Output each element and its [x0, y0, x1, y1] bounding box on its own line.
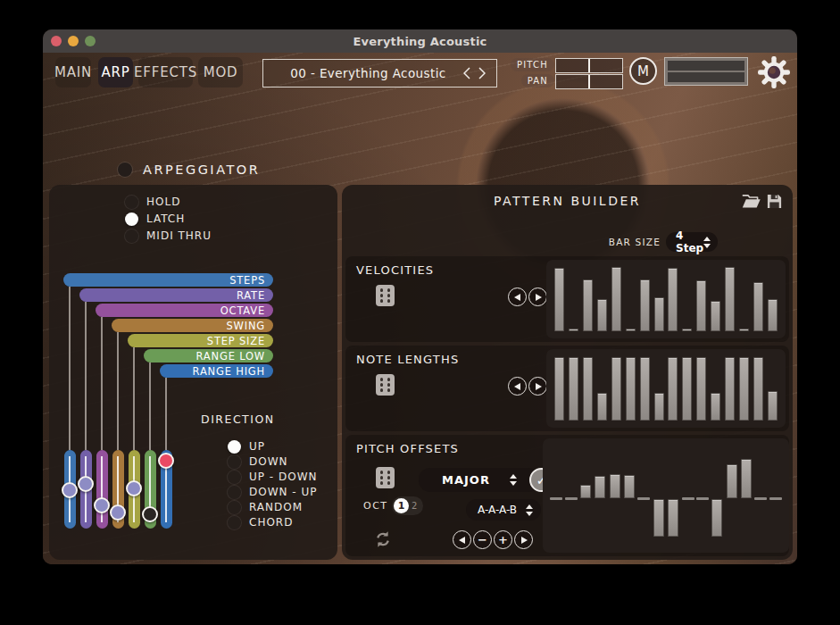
stepper-arrows-icon[interactable]	[510, 474, 517, 486]
note-length-bar[interactable]	[725, 357, 735, 421]
load-pattern-button[interactable]	[741, 193, 761, 213]
note-length-bar[interactable]	[739, 357, 749, 421]
pill-slider-steps[interactable]: STEPS	[63, 273, 273, 287]
tab-main[interactable]: MAIN	[55, 57, 91, 88]
bar-size-stepper[interactable]: 4 Step	[666, 232, 718, 252]
velocity-bar[interactable]	[696, 280, 706, 331]
radio-dot[interactable]	[228, 501, 241, 514]
pitch-offset-bar[interactable]	[668, 499, 678, 537]
velocity-bar[interactable]	[611, 267, 621, 331]
tab-arp[interactable]: ARP	[98, 57, 133, 88]
vslider-knob-rate[interactable]	[78, 476, 94, 492]
note-lengths-shift-right-button[interactable]	[528, 377, 547, 396]
velocity-bar[interactable]	[554, 268, 564, 331]
vslider-knob-steps[interactable]	[62, 482, 78, 498]
pitch-offset-bar[interactable]	[727, 464, 737, 498]
preset-next-button[interactable]	[475, 60, 488, 87]
pitch-offset-bar-zero[interactable]	[754, 497, 767, 500]
note-length-bar[interactable]	[654, 393, 664, 421]
oct-option-1[interactable]: 1	[394, 498, 409, 513]
pitch-offset-bar-zero[interactable]	[682, 497, 694, 500]
velocity-bar[interactable]	[768, 299, 778, 332]
pitch-offsets-graph[interactable]	[543, 438, 789, 553]
settings-button[interactable]	[758, 56, 790, 88]
pitch-offset-bar[interactable]	[741, 459, 752, 498]
vslider-knob-step-size[interactable]	[126, 480, 142, 496]
velocities-shift-right-button[interactable]	[528, 288, 547, 306]
radio-midi-thru[interactable]: MIDI THRU	[125, 229, 212, 243]
save-pattern-button[interactable]	[766, 193, 783, 213]
pill-slider-rate[interactable]: RATE	[79, 288, 273, 302]
pitch-offsets-randomize-button[interactable]	[376, 467, 395, 488]
scale-selector[interactable]: MAJOR	[419, 468, 540, 492]
mute-button[interactable]: M	[629, 57, 657, 85]
tab-mod[interactable]: MOD	[198, 57, 243, 88]
note-length-bar[interactable]	[640, 357, 650, 421]
velocity-bar[interactable]	[597, 299, 607, 332]
pill-slider-range-high[interactable]: RANGE HIGH	[160, 364, 273, 378]
pattern-preset-selector[interactable]: A-A-A-B	[466, 499, 541, 521]
radio-random[interactable]: RANDOM	[228, 500, 303, 514]
velocity-bar[interactable]	[626, 329, 636, 331]
velocities-graph[interactable]	[546, 260, 786, 338]
note-length-bar[interactable]	[583, 357, 593, 421]
radio-up[interactable]: UP	[228, 439, 265, 454]
velocities-randomize-button[interactable]	[376, 285, 395, 306]
vslider-octave[interactable]	[96, 450, 108, 529]
velocity-bar[interactable]	[725, 267, 735, 331]
pill-slider-octave[interactable]: OCTAVE	[96, 304, 273, 317]
pitch-offset-bar-zero[interactable]	[696, 497, 709, 500]
velocities-shift-left-button[interactable]	[508, 288, 527, 306]
oct-toggle[interactable]: 1 2	[392, 496, 423, 515]
pill-slider-step-size[interactable]: STEP SIZE	[128, 334, 273, 347]
pitch-offset-bar[interactable]	[624, 475, 635, 498]
radio-hold[interactable]: HOLD	[125, 195, 180, 209]
pitch-offset-bar-zero[interactable]	[637, 497, 650, 500]
zoom-button[interactable]	[85, 36, 96, 46]
pill-slider-range-low[interactable]: RANGE LOW	[144, 349, 273, 362]
note-length-bar[interactable]	[711, 393, 720, 421]
radio-dot[interactable]	[228, 440, 241, 454]
velocity-bar[interactable]	[682, 329, 692, 331]
note-length-bar[interactable]	[554, 357, 564, 421]
pitch-offset-bar[interactable]	[595, 476, 605, 498]
velocity-bar[interactable]	[654, 297, 664, 331]
radio-dot[interactable]	[228, 455, 241, 469]
velocity-bar[interactable]	[569, 329, 578, 331]
velocity-bar[interactable]	[753, 282, 763, 331]
radio-down-up[interactable]: DOWN - UP	[228, 485, 318, 499]
pitch-offset-bar[interactable]	[580, 485, 591, 498]
stepper-arrows-icon[interactable]	[526, 504, 533, 516]
titlebar[interactable]: Everything Acoustic	[43, 29, 797, 54]
pitch-shift-right-button[interactable]	[514, 530, 533, 549]
pitch-slider[interactable]	[555, 58, 623, 73]
note-length-bar[interactable]	[682, 357, 692, 421]
preset-selector[interactable]: 00 - Everything Acoustic	[262, 59, 497, 88]
tab-effects[interactable]: EFFECTS	[138, 57, 193, 88]
radio-dot[interactable]	[228, 471, 241, 484]
pan-slider-handle[interactable]	[588, 75, 590, 88]
pan-slider[interactable]	[555, 74, 623, 89]
pitch-shift-left-button[interactable]	[453, 530, 471, 549]
oct-option-2[interactable]: 2	[412, 501, 417, 511]
pitch-offset-bar[interactable]	[653, 499, 664, 537]
note-length-bar[interactable]	[626, 357, 636, 421]
velocity-bar[interactable]	[583, 279, 593, 331]
note-lengths-randomize-button[interactable]	[376, 374, 395, 396]
pitch-increment-button[interactable]: +	[494, 530, 512, 549]
radio-down[interactable]: DOWN	[228, 454, 288, 469]
radio-up-down[interactable]: UP - DOWN	[228, 470, 318, 484]
close-button[interactable]	[51, 36, 62, 46]
pitch-offset-bar[interactable]	[610, 474, 620, 498]
stepper-arrows-icon[interactable]	[703, 237, 711, 248]
radio-latch[interactable]: LATCH	[125, 212, 185, 226]
pitch-decrement-button[interactable]: −	[473, 530, 492, 549]
note-lengths-graph[interactable]	[546, 349, 786, 428]
radio-dot[interactable]	[228, 486, 241, 499]
reset-button[interactable]	[374, 530, 392, 552]
note-length-bar[interactable]	[696, 357, 706, 421]
radio-dot[interactable]	[125, 212, 138, 226]
note-length-bar[interactable]	[753, 357, 763, 421]
note-lengths-shift-left-button[interactable]	[508, 377, 527, 396]
velocity-bar[interactable]	[711, 301, 720, 331]
